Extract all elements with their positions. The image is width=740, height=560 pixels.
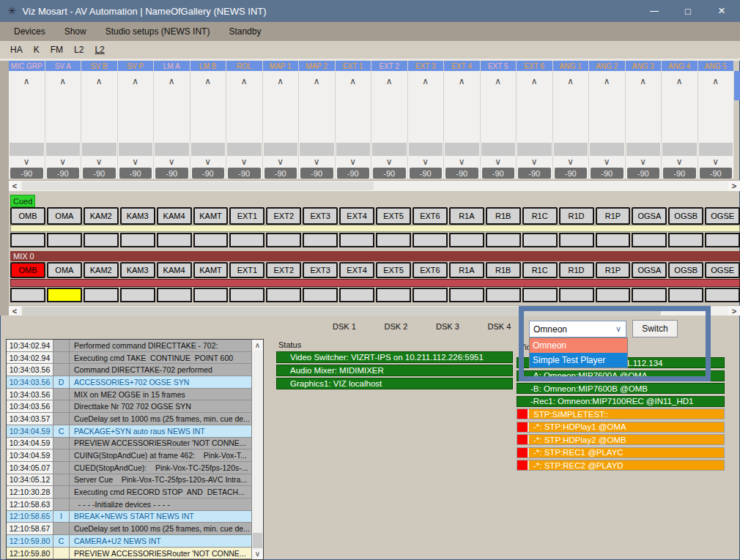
cued-source-ogsb[interactable]: OGSB	[668, 207, 703, 225]
fader-handle[interactable]	[336, 143, 371, 156]
cued-source-oma[interactable]: OMA	[47, 207, 82, 225]
cued-cell[interactable]	[522, 233, 558, 247]
cued-cell[interactable]	[376, 233, 411, 247]
cued-cell[interactable]	[705, 233, 740, 247]
mix-source-ext6[interactable]: EXT6	[412, 262, 448, 278]
cued-source-r1a[interactable]: R1A	[449, 207, 484, 225]
fader-handle[interactable]	[46, 143, 81, 156]
cued-cell[interactable]	[193, 233, 229, 247]
fader-up-button[interactable]: ∧	[45, 71, 81, 92]
fader-panel-right-scroll-thumb[interactable]	[734, 71, 740, 100]
fader-track[interactable]	[45, 92, 81, 143]
log-row[interactable]: 10:34:03.56Command DIRECTTAKE-702 perfor…	[7, 364, 263, 376]
fader-up-button[interactable]: ∧	[626, 71, 662, 92]
menu-item-studio-setups-news-int[interactable]: Studio setups (NEWS INT)	[96, 26, 220, 37]
log-row[interactable]: 12:10:30.28Executing cmd RECORD STOP AND…	[7, 486, 263, 499]
minimize-button[interactable]: —	[637, 0, 671, 22]
fader-handle[interactable]	[227, 143, 262, 156]
fader-up-button[interactable]: ∧	[371, 71, 407, 92]
cued-source-r1b[interactable]: R1B	[486, 207, 521, 225]
mix-cell[interactable]	[486, 288, 521, 302]
mix-cell[interactable]	[668, 288, 703, 302]
mix-source-kamt[interactable]: KAMT	[193, 262, 229, 278]
mix-source-ext5[interactable]: EXT5	[376, 262, 411, 278]
mix-source-ext4[interactable]: EXT4	[339, 262, 374, 278]
log-row[interactable]: 12:10:58.63 - - - -Initialize devices - …	[7, 499, 263, 511]
fader-up-button[interactable]: ∧	[226, 71, 262, 92]
log-vertical-scrollbar[interactable]: ∧ ∨	[251, 340, 263, 559]
fader-handle[interactable]	[82, 143, 116, 156]
fader-handle[interactable]	[554, 143, 588, 156]
log-row[interactable]: 10:34:05.07CUED(StopAndCue): Pink-Vox-TC…	[7, 462, 263, 474]
fader-handle[interactable]	[10, 143, 44, 156]
tab-fm[interactable]: FM	[51, 45, 63, 55]
fader-down-button[interactable]: ∨	[517, 156, 552, 168]
fader-down-button[interactable]: ∨	[408, 156, 444, 168]
fader-track[interactable]	[589, 92, 625, 143]
scrollbar-thumb[interactable]	[22, 182, 374, 190]
mix-source-ext3[interactable]: EXT3	[303, 262, 338, 278]
fader-track[interactable]	[118, 92, 154, 143]
mix-cell[interactable]	[376, 288, 411, 302]
mix-source-r1c[interactable]: R1C	[522, 262, 558, 278]
fader-track[interactable]	[81, 92, 117, 143]
tab-l2[interactable]: L2	[74, 45, 84, 55]
cued-cell[interactable]	[47, 233, 82, 247]
fader-down-button[interactable]: ∨	[81, 156, 117, 168]
cued-source-kam3[interactable]: KAM3	[120, 207, 155, 225]
fader-up-button[interactable]: ∧	[154, 71, 190, 92]
cued-source-ext1[interactable]: EXT1	[229, 207, 264, 225]
log-row[interactable]: 12:10:59.80PREVIEW ACCESSORIESRouter 'NO…	[7, 548, 263, 560]
dropdown-option-omneon[interactable]: Omneon	[530, 338, 627, 353]
cued-cell[interactable]	[120, 233, 155, 247]
fader-up-button[interactable]: ∧	[299, 71, 335, 92]
close-button[interactable]: ×	[705, 0, 739, 22]
fader-down-button[interactable]: ∨	[589, 156, 625, 168]
fader-handle[interactable]	[155, 143, 189, 156]
mix-cell[interactable]	[84, 288, 119, 302]
mix-cell[interactable]	[120, 288, 155, 302]
cued-cell[interactable]	[84, 233, 119, 247]
fader-handle[interactable]	[626, 143, 661, 156]
fader-up-button[interactable]: ∧	[263, 71, 299, 92]
mix-cell[interactable]	[632, 288, 667, 302]
fader-track[interactable]	[517, 92, 552, 143]
mix-source-r1b[interactable]: R1B	[486, 262, 521, 278]
scroll-right-arrow-icon[interactable]: >	[728, 181, 740, 191]
log-row[interactable]: 10:34:04.59PREVIEW ACCESSORIESRouter 'NO…	[7, 438, 263, 450]
fader-up-button[interactable]: ∧	[408, 71, 444, 92]
cued-cell[interactable]	[632, 233, 667, 247]
log-row[interactable]: 10:34:03.56Directtake Nr 702 702 OGSE SY…	[7, 400, 263, 413]
mix-cell[interactable]	[449, 288, 484, 302]
mix-source-ext2[interactable]: EXT2	[266, 262, 301, 278]
mix-cell[interactable]	[559, 288, 594, 302]
cued-cell[interactable]	[412, 233, 448, 247]
log-row[interactable]: 10:34:03.56DACCESSORIES+702 OGSE SYN	[7, 376, 263, 389]
menu-item-devices[interactable]: Devices	[4, 26, 55, 37]
maximize-button[interactable]: □	[671, 0, 705, 22]
fader-down-button[interactable]: ∨	[481, 156, 517, 168]
mix-cell[interactable]	[522, 288, 558, 302]
fader-track[interactable]	[626, 92, 662, 143]
mix-source-ext1[interactable]: EXT1	[229, 262, 264, 278]
log-row[interactable]: 10:34:05.12Server Cue Pink-Vox-TC-25fps-…	[7, 474, 263, 487]
fader-track[interactable]	[154, 92, 190, 143]
log-row[interactable]: 10:34:02.94Executing cmd TAKE CONTINUE P…	[7, 352, 263, 365]
cued-source-r1p[interactable]: R1P	[596, 207, 631, 225]
mix-source-kam3[interactable]: KAM3	[120, 262, 155, 278]
fader-up-button[interactable]: ∧	[81, 71, 117, 92]
switch-button[interactable]: Switch	[632, 320, 678, 337]
fader-track[interactable]	[444, 92, 480, 143]
cued-source-kam2[interactable]: KAM2	[84, 207, 119, 225]
mix-source-kam4[interactable]: KAM4	[157, 262, 192, 278]
cued-source-r1c[interactable]: R1C	[522, 207, 558, 225]
fader-handle[interactable]	[409, 143, 443, 156]
fader-track[interactable]	[481, 92, 517, 143]
tab-l2[interactable]: L2	[95, 45, 104, 55]
cued-source-kam4[interactable]: KAM4	[157, 207, 192, 225]
fader-up-button[interactable]: ∧	[481, 71, 517, 92]
mix-cell[interactable]	[339, 288, 374, 302]
fader-track[interactable]	[299, 92, 335, 143]
mix-source-r1a[interactable]: R1A	[449, 262, 484, 278]
fader-track[interactable]	[698, 92, 734, 143]
